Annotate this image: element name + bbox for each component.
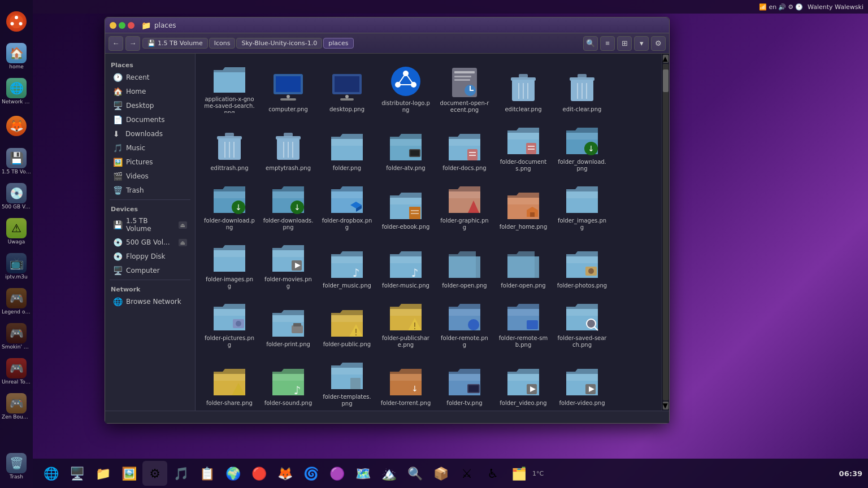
maximize-button[interactable]: □ [119,22,125,29]
file-item[interactable]: folder-dropbox.png [319,177,375,233]
breadcrumb-icons[interactable]: Icons [209,38,236,49]
eject-vol1-button[interactable]: ⏏ [179,221,187,229]
bottom-opera[interactable]: 🔴 [246,461,271,486]
file-item[interactable]: folder-saved-search.png [554,294,610,351]
sidebar-item-vol1[interactable]: 💾 1.5 TB Volume ⏏ [107,215,193,235]
file-item[interactable]: folder-photos.png [554,236,610,292]
ubuntu-menu-button[interactable] [3,5,30,38]
bottom-music[interactable]: 🎵 [168,461,193,486]
file-item[interactable]: folder-open.png [436,236,493,292]
bottom-tools[interactable]: 📦 [428,461,453,486]
file-item[interactable]: editclear.png [495,59,552,116]
sidebar-item-music[interactable]: 🎵 Music [107,141,193,155]
breadcrumb-vol[interactable]: 💾 1.5 TB Volume [142,38,208,49]
file-item[interactable]: folder-ebook.png [377,177,434,233]
file-item[interactable]: ! folder-publicshare.png [377,294,434,351]
trash-taskbar-icon[interactable]: 🗑️ Trash [3,450,30,483]
file-item[interactable]: ↓ folder_download.png [554,118,610,175]
file-item[interactable]: folder-graphic.png [436,177,493,233]
file-item[interactable]: folder_video.png [495,353,552,409]
list-view-button[interactable]: ≡ [600,36,615,51]
smokin-taskbar-icon[interactable]: 🎮 Smokin' Guns [3,320,30,354]
network-indicator[interactable]: 📶 [759,3,767,11]
file-item[interactable]: folder-atv.png [377,118,434,175]
file-item[interactable]: ♪ folder-sound.png [260,353,316,409]
file-item[interactable]: desktop.png [319,59,375,116]
file-item[interactable]: folder-movies.png [260,236,316,292]
scroll-track[interactable] [663,64,669,400]
sidebar-item-trash[interactable]: 🗑️ Trash [107,184,193,197]
file-item[interactable]: computer.png [260,59,316,116]
audio-indicator[interactable]: 🔊 [778,3,786,11]
iptv-taskbar-icon[interactable]: 📺 iptv.m3u [3,250,30,284]
bottom-map[interactable]: 🗺️ [350,461,375,486]
file-item[interactable]: ♪ folder-music.png [377,236,434,292]
file-item[interactable]: ↓ folder-downloads.png [260,177,316,233]
file-item[interactable]: folder-tv.png [436,353,493,409]
bottom-globe[interactable]: 🌍 [220,461,245,486]
forward-button[interactable]: → [125,36,140,51]
file-item[interactable]: folder-pictures.png [201,294,258,351]
bottom-app1[interactable]: 🟣 [324,461,349,486]
sidebar-item-downloads[interactable]: ⬇️ Downloads [107,127,193,141]
file-item[interactable]: emptytrash.png [260,118,316,175]
bottom-search[interactable]: 🔍 [402,461,427,486]
minimize-button[interactable]: _ [110,22,116,29]
file-item[interactable]: application-x-gnome-saved-search.png [201,59,258,116]
file-item[interactable]: edit-clear.png [554,59,610,116]
grimrock-taskbar-icon[interactable]: 🎮 Legend of Grimrock [3,285,30,319]
file-item[interactable]: edittrash.png [201,118,258,175]
bottom-files[interactable]: 📁 [90,461,115,486]
sidebar-item-floppy[interactable]: 💿 Floppy Disk [107,250,193,263]
firefox-taskbar-icon[interactable]: 🦊 [3,110,30,143]
file-item[interactable]: folder-open.png [495,236,552,292]
bottom-accessibility[interactable]: ♿ [480,461,505,486]
file-item[interactable]: ↓ folder-torrent.png [377,353,434,409]
sidebar-item-desktop[interactable]: 🖥️ Desktop [107,99,193,112]
breadcrumb-places[interactable]: places [323,38,353,49]
sidebar-item-recent[interactable]: 🕐 Recent [107,71,193,84]
scrollbar[interactable]: ▲ ▼ [661,54,669,411]
settings-button[interactable]: ⚙ [651,36,666,51]
file-item[interactable]: folder-documents.png [495,118,552,175]
file-item[interactable]: ↓ folder-download.png [201,177,258,233]
vol1-taskbar-icon[interactable]: 💾 1.5 TB Volume [3,145,30,178]
battery-indicator[interactable]: ⚙ [788,3,793,11]
home-taskbar-icon[interactable]: 🏠 home [3,40,30,73]
bottom-game[interactable]: ⚔️ [454,461,479,486]
bottom-mountain[interactable]: 🏔️ [376,461,401,486]
user-indicator[interactable]: Walenty Walewski [808,3,863,11]
uwaga-taskbar-icon[interactable]: ⚠️ Uwaga [3,215,30,249]
file-item[interactable]: folder_images.png [554,177,610,233]
bottom-firefox[interactable]: 🦊 [272,461,297,486]
network-servers-taskbar-icon[interactable]: 🌐 Network Servers [3,75,30,108]
sidebar-item-pictures[interactable]: 🖼️ Pictures [107,155,193,169]
sidebar-item-vol2[interactable]: 💿 500 GB Vol... ⏏ [107,236,193,249]
file-item[interactable]: folder-share.png [201,353,258,409]
vol2-taskbar-icon[interactable]: 💿 500 GB Volume [3,180,30,213]
back-button[interactable]: ← [108,36,123,51]
file-item[interactable]: folder-remote.png [436,294,493,351]
ut-taskbar-icon[interactable]: 🎮 Unreal Tournament [3,355,30,389]
scroll-up-button[interactable]: ▲ [663,55,669,63]
clock-indicator[interactable]: 🕐 [795,3,803,11]
file-item[interactable]: ! folder-public.png [319,294,375,351]
lang-indicator[interactable]: en [769,3,776,11]
bottom-chrome[interactable]: 🌀 [298,461,323,486]
zen-taskbar-icon[interactable]: 🎮 Zen Bound® 2 [3,390,30,424]
bottom-filemanager[interactable]: 🗂️ [506,461,531,486]
sidebar-item-videos[interactable]: 🎬 Videos [107,169,193,183]
close-button[interactable]: × [128,22,134,29]
file-item[interactable]: ♪ folder_music.png [319,236,375,292]
breadcrumb-sky[interactable]: Sky-Blue-Unity-icons-1.0 [236,38,322,49]
file-item[interactable]: distributor-logo.png [377,59,434,116]
grid-view-button[interactable]: ⊞ [617,36,632,51]
sidebar-item-documents[interactable]: 📄 Documents [107,113,193,127]
file-item[interactable]: folder.png [319,118,375,175]
bottom-gimp[interactable]: ⚙️ [142,461,167,486]
bottom-browser[interactable]: 🌐 [38,461,63,486]
file-item[interactable]: folder-print.png [260,294,316,351]
file-item[interactable]: folder-images.png [201,236,258,292]
scroll-thumb[interactable] [663,69,669,92]
sidebar-item-computer[interactable]: 🖥️ Computer [107,264,193,277]
